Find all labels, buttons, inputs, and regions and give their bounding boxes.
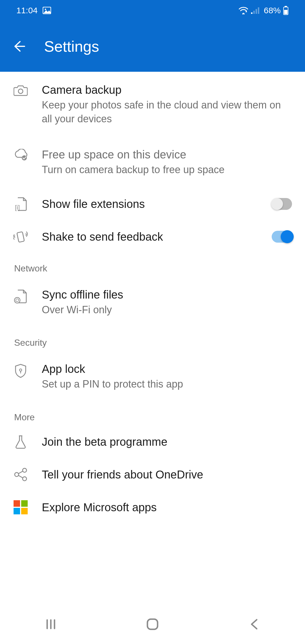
svg-point-17 (23, 477, 27, 481)
status-left: 11:04 (16, 6, 51, 15)
svg-text:[i]: [i] (15, 204, 20, 211)
picture-icon (43, 7, 51, 14)
svg-rect-18 (147, 619, 158, 629)
share-icon (13, 467, 28, 482)
svg-point-10 (22, 155, 27, 160)
nav-back-button[interactable] (232, 613, 277, 636)
status-battery-text: 68% (264, 6, 281, 15)
signal-icon (251, 7, 260, 14)
svg-rect-4 (256, 9, 257, 14)
setting-tell-friends[interactable]: Tell your friends about OneDrive (0, 458, 305, 491)
camera-icon (13, 82, 28, 97)
page-title: Settings (44, 38, 99, 55)
setting-subtitle: Keep your photos safe in the cloud and v… (42, 98, 292, 126)
back-button[interactable] (11, 38, 27, 54)
setting-join-beta[interactable]: Join the beta programme (0, 425, 305, 458)
section-header-more: More (0, 402, 305, 425)
setting-title: Camera backup (42, 82, 292, 97)
status-right: 68% (238, 6, 289, 15)
shield-lock-icon (13, 362, 28, 378)
nav-home-button[interactable] (130, 613, 175, 636)
svg-rect-12 (17, 232, 25, 242)
file-info-icon: [i] (13, 197, 28, 211)
setting-title: Explore Microsoft apps (42, 500, 292, 515)
svg-point-13 (14, 297, 20, 303)
svg-rect-2 (251, 12, 252, 14)
setting-title: Tell your friends about OneDrive (42, 467, 292, 482)
setting-camera-backup[interactable]: Camera backup Keep your photos safe in t… (0, 72, 305, 136)
setting-subtitle: Over Wi-Fi only (42, 303, 292, 317)
setting-title: Sync offline files (42, 287, 292, 302)
setting-title: Show file extensions (42, 197, 253, 211)
microsoft-logo-icon (13, 500, 28, 514)
status-time: 11:04 (16, 6, 38, 15)
cloud-check-icon (13, 147, 28, 161)
svg-point-14 (19, 369, 22, 371)
svg-rect-8 (284, 10, 287, 14)
setting-show-file-extensions[interactable]: [i] Show file extensions (0, 188, 305, 220)
wifi-icon (238, 6, 249, 14)
svg-point-1 (45, 9, 46, 10)
flask-icon (13, 435, 28, 449)
setting-explore-ms-apps[interactable]: Explore Microsoft apps (0, 491, 305, 524)
setting-free-up-space[interactable]: Free up space on this device Turn on cam… (0, 136, 305, 188)
svg-point-9 (18, 89, 23, 93)
setting-subtitle: Set up a PIN to protect this app (42, 377, 292, 391)
file-sync-icon (13, 287, 28, 304)
toggle-shake-feedback[interactable] (272, 231, 292, 243)
setting-title: App lock (42, 362, 292, 376)
section-header-security: Security (0, 327, 305, 351)
svg-rect-5 (258, 7, 259, 14)
setting-subtitle: Turn on camera backup to free up space (42, 163, 292, 177)
settings-list: Camera backup Keep your photos safe in t… (0, 72, 305, 524)
setting-title: Join the beta programme (42, 434, 292, 449)
setting-shake-feedback[interactable]: Shake to send feedback (0, 220, 305, 253)
setting-title: Free up space on this device (42, 147, 292, 162)
svg-rect-3 (253, 11, 255, 14)
system-navigation-bar (0, 604, 305, 644)
toggle-show-file-extensions[interactable] (272, 198, 292, 210)
shake-phone-icon (13, 230, 28, 243)
status-bar: 11:04 68% (0, 0, 305, 21)
battery-icon (283, 6, 289, 15)
setting-title: Shake to send feedback (42, 229, 253, 244)
setting-app-lock[interactable]: App lock Set up a PIN to protect this ap… (0, 351, 305, 402)
section-header-network: Network (0, 253, 305, 277)
nav-recents-button[interactable] (28, 613, 73, 636)
svg-point-16 (15, 473, 19, 477)
app-bar: Settings (0, 21, 305, 72)
setting-sync-offline-files[interactable]: Sync offline files Over Wi-Fi only (0, 277, 305, 328)
svg-point-15 (23, 468, 27, 472)
